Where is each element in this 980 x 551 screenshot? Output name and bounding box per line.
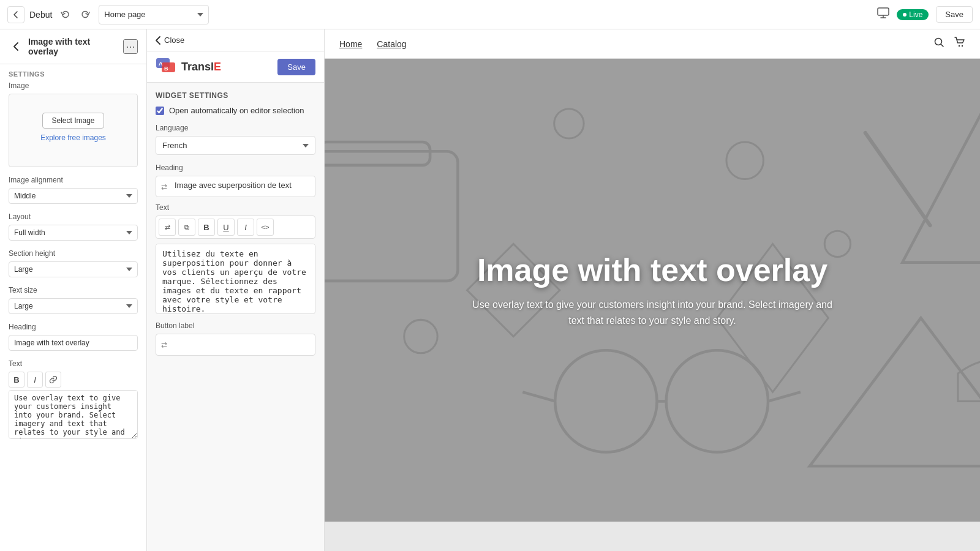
section-height-setting: Section height Large Small Medium: [9, 249, 138, 277]
redo-button[interactable]: [77, 6, 94, 23]
page-selector-value: Home page: [104, 10, 192, 19]
heading-setting: Heading: [9, 323, 138, 351]
svg-line-16: [768, 392, 801, 401]
hero-section: Image with text overlay Use overlay text…: [325, 59, 980, 522]
text-size-label: Text size: [9, 286, 138, 294]
heading-label: Heading: [9, 323, 138, 331]
svg-rect-8: [325, 151, 458, 281]
preview-area: Home Catalog: [325, 29, 980, 551]
logo-icon: A B: [156, 58, 178, 76]
hero-content: Image with text overlay Use overlay text…: [456, 239, 848, 340]
svg-point-17: [726, 142, 763, 179]
button-label-field-label: Button label: [156, 321, 315, 330]
widget-code-btn[interactable]: <>: [257, 219, 274, 236]
svg-marker-10: [902, 105, 980, 263]
svg-point-5: [935, 39, 942, 45]
heading-input[interactable]: [9, 335, 138, 351]
text-setting: Text B I Use overlay text to give your c…: [9, 359, 138, 441]
hero-subtitle: Use overlay text to give your customers …: [469, 297, 836, 328]
live-badge: Live: [897, 9, 929, 20]
panel-title: Image with text overlay: [28, 37, 118, 56]
panel-back-button[interactable]: [9, 39, 23, 54]
top-bar-right: Live Save: [877, 6, 973, 23]
open-auto-row: Open automatically on editor selection: [156, 106, 315, 115]
store-name: Debut: [29, 10, 52, 20]
widget-textarea-wrap: Utilisez du texte en superposition pour …: [156, 244, 315, 314]
widget-close-bar[interactable]: Close: [147, 29, 324, 51]
text-textarea[interactable]: Use overlay text to give your customers …: [9, 390, 138, 439]
panel-menu-button[interactable]: ···: [123, 39, 138, 54]
section-height-label: Section height: [9, 249, 138, 258]
widget-text-textarea[interactable]: Utilisez du texte en superposition pour …: [156, 244, 315, 312]
translation-widget-panel: Close A B TranslE Save WIDGET SETTINGS O…: [147, 29, 325, 551]
widget-bold-btn[interactable]: B: [198, 219, 215, 236]
heading-field-label: Heading: [156, 163, 315, 172]
image-setting: Image Select Image Explore free images: [9, 81, 138, 167]
back-button[interactable]: [7, 6, 24, 23]
text-toolbar: B I: [9, 372, 138, 388]
bottom-bar: [325, 522, 980, 551]
monitor-icon[interactable]: [877, 7, 889, 21]
image-alignment-setting: Image alignment Middle Left Right: [9, 176, 138, 204]
hero-title: Image with text overlay: [469, 252, 836, 288]
image-alignment-select[interactable]: Middle Left Right: [9, 188, 138, 204]
settings-content: Image Select Image Explore free images I…: [0, 81, 146, 551]
logo-e: E: [214, 61, 221, 73]
text-size-setting: Text size Large Small Medium: [9, 286, 138, 314]
language-select[interactable]: French English Spanish German Italian: [156, 136, 315, 155]
widget-format-toolbar: ⇄ ⧉ B U I <>: [156, 216, 315, 239]
save-widget-button[interactable]: Save: [277, 59, 315, 75]
language-field-label: Language: [156, 124, 315, 132]
widget-body: WIDGET SETTINGS Open automatically on ed…: [147, 83, 324, 551]
cart-icon[interactable]: [954, 37, 965, 51]
image-alignment-label: Image alignment: [9, 176, 138, 184]
nav-catalog-link[interactable]: Catalog: [377, 39, 406, 49]
preview-nav: Home Catalog: [325, 29, 980, 59]
link-button[interactable]: [45, 372, 61, 388]
widget-italic-btn[interactable]: I: [237, 219, 254, 236]
copy-btn[interactable]: ⧉: [178, 219, 195, 236]
panel-header: Image with text overlay ···: [0, 29, 146, 64]
layout-select[interactable]: Full width Half width: [9, 225, 138, 241]
left-panel: Image with text overlay ··· SETTINGS Ima…: [0, 29, 147, 551]
history-buttons: [57, 6, 94, 23]
text-label: Text: [9, 359, 138, 368]
italic-button[interactable]: I: [27, 372, 43, 388]
save-button[interactable]: Save: [936, 6, 973, 23]
translate-btn[interactable]: ⇄: [159, 219, 176, 236]
text-field-label: Text: [156, 203, 315, 212]
open-auto-checkbox[interactable]: [156, 107, 164, 115]
settings-label: SETTINGS: [0, 64, 146, 81]
svg-rect-9: [325, 142, 430, 165]
image-upload-area: Select Image Explore free images: [9, 94, 138, 167]
section-height-select[interactable]: Large Small Medium: [9, 261, 138, 277]
text-size-select[interactable]: Large Small Medium: [9, 298, 138, 314]
select-image-button[interactable]: Select Image: [42, 113, 104, 129]
main-content: Image with text overlay ··· SETTINGS Ima…: [0, 29, 980, 551]
layout-setting: Layout Full width Half width: [9, 212, 138, 241]
svg-point-6: [959, 45, 960, 47]
open-auto-label: Open automatically on editor selection: [169, 106, 304, 115]
svg-line-15: [522, 392, 555, 401]
button-label-input[interactable]: [172, 340, 310, 350]
bold-button[interactable]: B: [9, 372, 24, 388]
translate-icon-sm: ⇄: [161, 340, 167, 349]
svg-point-7: [962, 45, 963, 47]
explore-free-images-link[interactable]: Explore free images: [40, 133, 106, 142]
undo-button[interactable]: [57, 6, 74, 23]
svg-line-20: [865, 133, 930, 225]
widget-underline-btn[interactable]: U: [217, 219, 235, 236]
svg-text:A: A: [159, 61, 163, 67]
layout-label: Layout: [9, 212, 138, 221]
widget-header: A B TranslE Save: [147, 51, 324, 83]
top-bar-left: Debut Home page: [7, 5, 209, 24]
heading-translation-input[interactable]: [172, 176, 315, 194]
search-icon[interactable]: [933, 37, 944, 51]
image-label: Image: [9, 81, 138, 90]
transl-logo: A B TranslE: [156, 58, 221, 76]
svg-text:B: B: [164, 66, 168, 72]
nav-icons: [933, 37, 965, 51]
page-selector[interactable]: Home page: [99, 5, 209, 24]
nav-home-link[interactable]: Home: [339, 39, 362, 49]
svg-point-22: [554, 109, 584, 138]
